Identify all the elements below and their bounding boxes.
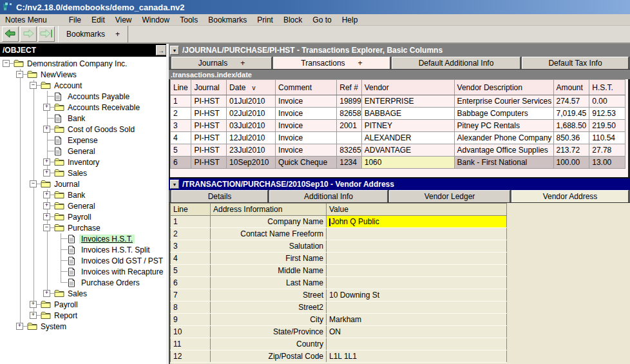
tree-item-label[interactable]: Invoices H.S.T.: [79, 235, 135, 244]
tab-details[interactable]: Details: [171, 190, 268, 202]
cell[interactable]: 274.57: [553, 95, 589, 108]
line-number-cell[interactable]: 4: [171, 253, 211, 265]
cell[interactable]: 3: [171, 120, 191, 132]
address-field-label-cell[interactable]: Street2: [211, 302, 327, 314]
tree-item-label[interactable]: Bank: [66, 191, 87, 200]
tree-item-label[interactable]: Demonstration Company Inc.: [25, 59, 129, 68]
menu-item-tools[interactable]: Tools: [175, 14, 203, 25]
tree-item-label[interactable]: Cost of Goods Sold: [66, 125, 137, 134]
tree-item-label[interactable]: Journal: [52, 180, 81, 189]
menu-item-block[interactable]: Block: [278, 14, 307, 25]
value-cell[interactable]: L1L 1L1: [327, 350, 507, 363]
column-header-line[interactable]: Line: [171, 204, 211, 216]
cell[interactable]: 2001: [337, 120, 361, 132]
tree-item-label[interactable]: Payroll: [66, 213, 93, 222]
tab-additional-info[interactable]: Additional Info: [269, 190, 388, 202]
minus-box-icon[interactable]: −: [30, 82, 37, 89]
line-number-cell[interactable]: 11: [171, 338, 211, 350]
cell[interactable]: 83265: [337, 144, 361, 157]
address-field-label-cell[interactable]: City: [211, 314, 327, 326]
minus-box-icon[interactable]: −: [16, 71, 23, 78]
address-row[interactable]: 2Contact Name Freeform: [171, 228, 507, 240]
vendor-cell-highlighted[interactable]: 1060: [361, 157, 454, 169]
tree-item-label[interactable]: Invoices H.S.T. Split: [79, 245, 152, 254]
tree-item-label[interactable]: General: [66, 202, 97, 211]
value-cell[interactable]: [327, 277, 507, 289]
line-number-cell[interactable]: 9: [171, 314, 211, 326]
value-cell[interactable]: 10 Downing St: [327, 289, 507, 302]
cell[interactable]: 7,019.45: [553, 108, 589, 120]
plus-box-icon[interactable]: +: [43, 126, 50, 133]
tree-item-label[interactable]: Bank: [66, 114, 87, 123]
tree-item-label[interactable]: Purchase Orders: [79, 278, 142, 287]
tree-item-payroll[interactable]: +Payroll: [0, 211, 166, 222]
cell[interactable]: 5: [171, 144, 191, 157]
transaction-row[interactable]: 5PI-HST23Jul2010Invoice83265ADVANTAGEAdv…: [171, 144, 625, 157]
plus-box-icon[interactable]: +: [16, 323, 23, 330]
cell[interactable]: PI-HST: [191, 144, 227, 157]
cell[interactable]: ENTERPRISE: [361, 95, 454, 108]
value-cell-selected[interactable]: John Q Public: [327, 216, 507, 228]
address-field-label-cell[interactable]: Middle Name: [211, 265, 327, 277]
tree-item-sales[interactable]: +Sales: [0, 168, 166, 178]
value-cell[interactable]: Markham: [327, 314, 507, 326]
tab-default-additional-info[interactable]: Default Additional Info: [392, 57, 520, 69]
bookmarks-button[interactable]: Bookmarks+: [58, 26, 128, 43]
tree-item-label[interactable]: Invoices with Recapture: [79, 267, 165, 276]
menu-item-print[interactable]: Print: [252, 14, 278, 25]
plus-box-icon[interactable]: +: [43, 213, 50, 220]
menu-item-edit[interactable]: Edit: [86, 14, 110, 25]
cell[interactable]: PI-HST: [191, 132, 227, 144]
menu-item-view[interactable]: View: [110, 14, 137, 25]
address-field-label-cell[interactable]: Country: [211, 338, 327, 350]
cell[interactable]: 10Sep2010: [227, 157, 276, 169]
tree-item-demonstration-company-inc[interactable]: −Demonstration Company Inc.: [0, 58, 166, 69]
address-field-label-cell[interactable]: Last Name: [211, 277, 327, 289]
tree-item-label[interactable]: Inventory: [66, 158, 101, 167]
transaction-row[interactable]: 6PI-HST10Sep2010Quick Cheque12341060Bank…: [171, 157, 625, 169]
cell[interactable]: Bank - First National: [454, 157, 553, 169]
cell[interactable]: PI-HST: [191, 157, 227, 169]
address-row[interactable]: 12Zip/Postal CodeL1L 1L1: [171, 350, 507, 363]
menu-item-file[interactable]: File: [64, 14, 86, 25]
menu-item-go-to[interactable]: Go to: [307, 14, 336, 25]
tree-item-general[interactable]: General: [0, 146, 166, 157]
cell[interactable]: 23Jul2010: [227, 144, 276, 157]
tab-transactions[interactable]: Transactions+: [273, 57, 390, 69]
cell[interactable]: 02Jul2010: [227, 108, 276, 120]
column-header-h-s-t[interactable]: H.S.T.: [589, 80, 625, 95]
address-field-label-cell[interactable]: Company Name: [211, 216, 327, 228]
cell[interactable]: PI-HST: [191, 108, 227, 120]
cell[interactable]: 82658: [337, 108, 361, 120]
address-field-label-cell[interactable]: Contact Name Freeform: [211, 228, 327, 240]
minus-box-icon[interactable]: −: [3, 60, 10, 67]
forward-button[interactable]: [20, 26, 37, 42]
tree-item-label[interactable]: Sales: [66, 169, 89, 178]
tree-item-cost-of-goods-sold[interactable]: +Cost of Goods Sold: [0, 124, 166, 135]
address-row[interactable]: 4First Name: [171, 253, 507, 265]
cell[interactable]: Pitney PC Rentals: [454, 120, 553, 132]
column-header-comment[interactable]: Comment: [276, 80, 337, 95]
line-number-cell[interactable]: 12: [171, 350, 211, 363]
cell[interactable]: [337, 132, 361, 144]
tree-item-bank[interactable]: +Bank: [0, 189, 166, 200]
line-number-cell[interactable]: 7: [171, 289, 211, 302]
cell[interactable]: 03Jul2010: [227, 120, 276, 132]
address-row[interactable]: 7Street10 Downing St: [171, 289, 507, 302]
cell[interactable]: BABBAGE: [361, 108, 454, 120]
address-row[interactable]: 6Last Name: [171, 277, 507, 289]
back-button[interactable]: [2, 26, 19, 42]
tree-item-accounts-receivable[interactable]: +Accounts Receivable: [0, 102, 166, 113]
cell[interactable]: 2: [171, 108, 191, 120]
cell[interactable]: 4: [171, 132, 191, 144]
line-number-cell[interactable]: 3: [171, 240, 211, 253]
plus-box-icon[interactable]: +: [43, 202, 50, 209]
column-header-ref[interactable]: Ref #: [337, 80, 361, 95]
cell[interactable]: 1,688.50: [553, 120, 589, 132]
tree-item-label[interactable]: Accounts Payable: [66, 92, 131, 101]
tree-item-label[interactable]: Sales: [66, 289, 89, 298]
address-row[interactable]: 8Street2: [171, 302, 507, 314]
tab-vendor-address[interactable]: Vendor Address: [511, 190, 629, 202]
cell[interactable]: Invoice: [276, 95, 337, 108]
plus-box-icon[interactable]: +: [43, 191, 50, 198]
